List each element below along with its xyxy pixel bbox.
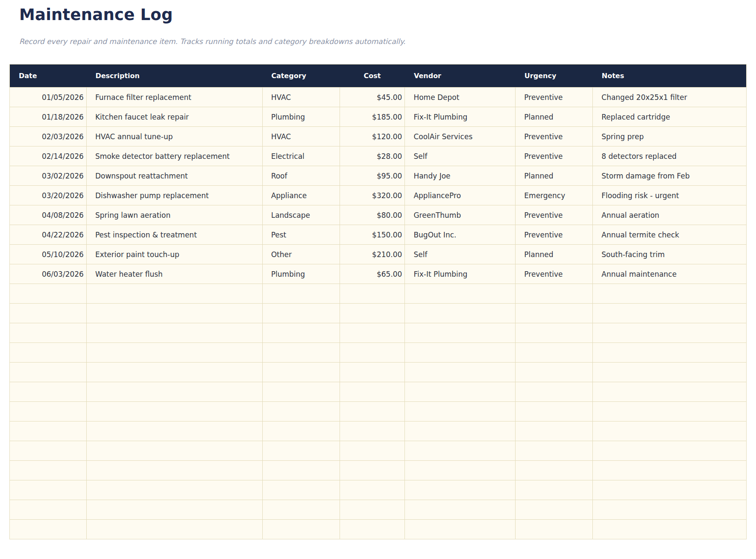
cell-notes[interactable]: Changed 20x25x1 filter (593, 88, 747, 107)
cell-urgency[interactable] (516, 382, 593, 402)
cell-urgency[interactable] (516, 421, 593, 441)
cell-vendor[interactable] (405, 500, 516, 520)
cell-urgency[interactable] (516, 500, 593, 520)
cell-vendor[interactable] (405, 520, 516, 539)
cell-description[interactable] (86, 520, 262, 539)
cell-cost[interactable] (340, 461, 405, 480)
cell-category[interactable] (262, 461, 340, 480)
cell-category[interactable] (262, 323, 340, 343)
cell-urgency[interactable] (516, 480, 593, 500)
cell-description[interactable]: Furnace filter replacement (86, 88, 262, 107)
cell-vendor[interactable] (405, 323, 516, 343)
cell-urgency[interactable] (516, 402, 593, 421)
cell-notes[interactable] (593, 441, 747, 461)
cell-date[interactable] (10, 382, 87, 402)
cell-description[interactable] (86, 421, 262, 441)
cell-description[interactable] (86, 461, 262, 480)
cell-urgency[interactable] (516, 343, 593, 363)
cell-urgency[interactable]: Planned (516, 107, 593, 127)
cell-vendor[interactable] (405, 284, 516, 304)
cell-description[interactable] (86, 480, 262, 500)
cell-urgency[interactable] (516, 461, 593, 480)
cell-date[interactable]: 02/03/2026 (10, 127, 87, 146)
cell-category[interactable]: Roof (262, 166, 340, 186)
cell-category[interactable] (262, 520, 340, 539)
cell-vendor[interactable] (405, 343, 516, 363)
cell-cost[interactable] (340, 382, 405, 402)
cell-cost[interactable]: $80.00 (340, 205, 405, 225)
cell-notes[interactable] (593, 304, 747, 323)
cell-urgency[interactable] (516, 363, 593, 382)
cell-category[interactable] (262, 284, 340, 304)
cell-description[interactable]: Downspout reattachment (86, 166, 262, 186)
cell-description[interactable] (86, 402, 262, 421)
cell-cost[interactable] (340, 480, 405, 500)
cell-description[interactable]: Smoke detector battery replacement (86, 146, 262, 166)
cell-notes[interactable] (593, 363, 747, 382)
cell-notes[interactable] (593, 520, 747, 539)
cell-description[interactable] (86, 363, 262, 382)
cell-vendor[interactable] (405, 402, 516, 421)
cell-vendor[interactable] (405, 304, 516, 323)
cell-urgency[interactable]: Preventive (516, 146, 593, 166)
cell-notes[interactable]: Spring prep (593, 127, 747, 146)
cell-description[interactable]: Water heater flush (86, 264, 262, 284)
cell-notes[interactable]: Annual termite check (593, 225, 747, 245)
cell-notes[interactable] (593, 421, 747, 441)
cell-date[interactable] (10, 343, 87, 363)
cell-cost[interactable] (340, 304, 405, 323)
cell-category[interactable]: HVAC (262, 127, 340, 146)
cell-vendor[interactable] (405, 480, 516, 500)
cell-urgency[interactable] (516, 520, 593, 539)
cell-urgency[interactable]: Planned (516, 166, 593, 186)
cell-urgency[interactable]: Preventive (516, 225, 593, 245)
cell-urgency[interactable]: Preventive (516, 127, 593, 146)
cell-vendor[interactable]: AppliancePro (405, 186, 516, 205)
cell-cost[interactable]: $120.00 (340, 127, 405, 146)
cell-cost[interactable]: $45.00 (340, 88, 405, 107)
cell-category[interactable] (262, 402, 340, 421)
cell-cost[interactable]: $320.00 (340, 186, 405, 205)
cell-description[interactable] (86, 500, 262, 520)
cell-description[interactable] (86, 284, 262, 304)
cell-cost[interactable] (340, 284, 405, 304)
cell-cost[interactable] (340, 343, 405, 363)
cell-notes[interactable] (593, 284, 747, 304)
cell-notes[interactable] (593, 500, 747, 520)
cell-date[interactable]: 03/20/2026 (10, 186, 87, 205)
cell-date[interactable]: 06/03/2026 (10, 264, 87, 284)
cell-date[interactable]: 04/08/2026 (10, 205, 87, 225)
cell-cost[interactable] (340, 402, 405, 421)
cell-cost[interactable]: $65.00 (340, 264, 405, 284)
cell-cost[interactable] (340, 441, 405, 461)
cell-date[interactable]: 01/05/2026 (10, 88, 87, 107)
cell-category[interactable]: HVAC (262, 88, 340, 107)
cell-date[interactable]: 04/22/2026 (10, 225, 87, 245)
cell-category[interactable] (262, 421, 340, 441)
cell-category[interactable]: Pest (262, 225, 340, 245)
cell-category[interactable]: Other (262, 245, 340, 264)
cell-cost[interactable]: $28.00 (340, 146, 405, 166)
cell-date[interactable] (10, 461, 87, 480)
cell-notes[interactable]: Replaced cartridge (593, 107, 747, 127)
cell-cost[interactable]: $150.00 (340, 225, 405, 245)
cell-description[interactable]: Exterior paint touch-up (86, 245, 262, 264)
cell-urgency[interactable]: Preventive (516, 264, 593, 284)
cell-vendor[interactable]: Fix-It Plumbing (405, 107, 516, 127)
cell-category[interactable] (262, 500, 340, 520)
cell-vendor[interactable]: Handy Joe (405, 166, 516, 186)
cell-category[interactable]: Plumbing (262, 107, 340, 127)
cell-vendor[interactable]: Home Depot (405, 88, 516, 107)
cell-category[interactable]: Appliance (262, 186, 340, 205)
cell-description[interactable]: Kitchen faucet leak repair (86, 107, 262, 127)
cell-vendor[interactable]: GreenThumb (405, 205, 516, 225)
cell-category[interactable] (262, 304, 340, 323)
cell-urgency[interactable] (516, 284, 593, 304)
cell-notes[interactable]: Annual maintenance (593, 264, 747, 284)
cell-description[interactable] (86, 441, 262, 461)
cell-date[interactable] (10, 421, 87, 441)
cell-date[interactable] (10, 323, 87, 343)
cell-vendor[interactable] (405, 441, 516, 461)
cell-description[interactable] (86, 343, 262, 363)
cell-cost[interactable] (340, 520, 405, 539)
